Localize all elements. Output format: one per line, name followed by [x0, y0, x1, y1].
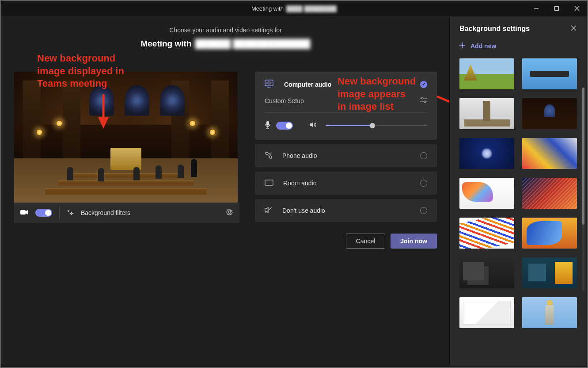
- no-audio-radio[interactable]: [420, 207, 427, 214]
- svg-rect-12: [265, 180, 273, 185]
- no-audio-option[interactable]: Don't use audio: [255, 199, 437, 222]
- annotation-arrow-left: [95, 94, 112, 130]
- bg-thumb[interactable]: [522, 98, 577, 129]
- titlebar: Meeting with ████ ████████: [1, 1, 587, 16]
- camera-icon: [20, 209, 28, 217]
- app-window: Meeting with ████ ████████ Choose your a…: [0, 0, 588, 368]
- video-column: Background filters: [14, 72, 239, 223]
- bg-thumb[interactable]: [459, 218, 514, 249]
- video-preview: [14, 72, 238, 203]
- bg-thumb[interactable]: [459, 297, 514, 328]
- close-button[interactable]: [567, 1, 587, 16]
- computer-audio-option[interactable]: Computer audio Custom Setup: [255, 72, 437, 140]
- window-controls: [526, 1, 587, 16]
- audio-column: Computer audio Custom Setup: [255, 72, 437, 222]
- svg-point-10: [424, 101, 426, 103]
- separator: [59, 206, 60, 219]
- meeting-prefix: Meeting with: [140, 39, 191, 49]
- cancel-button[interactable]: Cancel: [346, 234, 386, 249]
- add-new-button[interactable]: Add new: [459, 42, 577, 50]
- plus-icon: [459, 42, 465, 50]
- computer-audio-radio[interactable]: [420, 81, 427, 88]
- room-icon: [265, 180, 273, 187]
- maximize-button[interactable]: [546, 1, 567, 16]
- phone-audio-option[interactable]: Phone audio: [255, 144, 437, 167]
- mic-icon: [265, 121, 271, 130]
- phone-audio-radio[interactable]: [420, 152, 427, 159]
- bg-thumb[interactable]: [459, 58, 514, 89]
- svg-rect-4: [20, 210, 26, 215]
- bg-thumb[interactable]: [522, 297, 577, 328]
- svg-point-8: [421, 97, 423, 99]
- bg-thumb[interactable]: [522, 178, 577, 209]
- bg-thumb[interactable]: [522, 218, 577, 249]
- no-audio-label: Don't use audio: [282, 207, 410, 214]
- background-filters-label[interactable]: Background filters: [81, 209, 130, 216]
- cathedral-background-image: [14, 72, 238, 203]
- bg-thumb[interactable]: [522, 257, 577, 288]
- meeting-name-redacted: ██████ █████████████: [195, 39, 311, 49]
- speaker-icon: [310, 122, 317, 129]
- phone-icon: [265, 151, 273, 161]
- room-audio-radio[interactable]: [420, 180, 427, 187]
- svg-rect-11: [266, 121, 269, 126]
- panel-close-icon[interactable]: [571, 25, 577, 33]
- instruction-text: Choose your audio and video settings for: [2, 27, 449, 34]
- svg-line-13: [266, 207, 272, 213]
- add-new-label: Add new: [470, 42, 496, 50]
- mic-toggle[interactable]: [276, 122, 293, 130]
- background-settings-panel: Background settings Add new: [449, 17, 586, 366]
- video-toolbar: Background filters: [14, 203, 239, 223]
- phone-audio-label: Phone audio: [282, 152, 410, 159]
- title-prefix: Meeting with: [251, 5, 284, 12]
- camera-toggle[interactable]: [35, 209, 52, 217]
- volume-slider[interactable]: [326, 125, 427, 126]
- custom-setup-label: Custom Setup: [265, 97, 410, 104]
- no-audio-icon: [265, 207, 273, 215]
- bg-thumb[interactable]: [522, 58, 577, 89]
- computer-audio-label: Computer audio: [284, 81, 410, 88]
- panel-title: Background settings: [459, 25, 530, 33]
- sparkle-icon: [67, 209, 74, 217]
- bg-thumb[interactable]: [459, 138, 514, 169]
- bg-thumb[interactable]: [459, 178, 514, 209]
- bg-thumb[interactable]: [459, 98, 514, 129]
- bg-thumb[interactable]: [459, 257, 514, 288]
- gear-icon[interactable]: [226, 208, 233, 217]
- panel-scrollbar[interactable]: [582, 88, 584, 291]
- room-audio-option[interactable]: Room audio: [255, 172, 437, 195]
- join-now-button[interactable]: Join now: [391, 234, 437, 249]
- room-audio-label: Room audio: [283, 180, 410, 187]
- meeting-title: Meeting with ██████ █████████████: [2, 39, 449, 49]
- svg-rect-1: [555, 7, 559, 11]
- sliders-icon[interactable]: [420, 97, 427, 104]
- title-name-redacted: ████ ████████: [286, 5, 337, 12]
- bg-thumb[interactable]: [522, 138, 577, 169]
- pc-audio-icon: [265, 80, 274, 89]
- main-area: Choose your audio and video settings for…: [2, 17, 449, 366]
- svg-marker-15: [98, 117, 109, 129]
- window-title: Meeting with ████ ████████: [251, 5, 337, 12]
- background-thumbnails: [459, 58, 577, 328]
- minimize-button[interactable]: [526, 1, 546, 16]
